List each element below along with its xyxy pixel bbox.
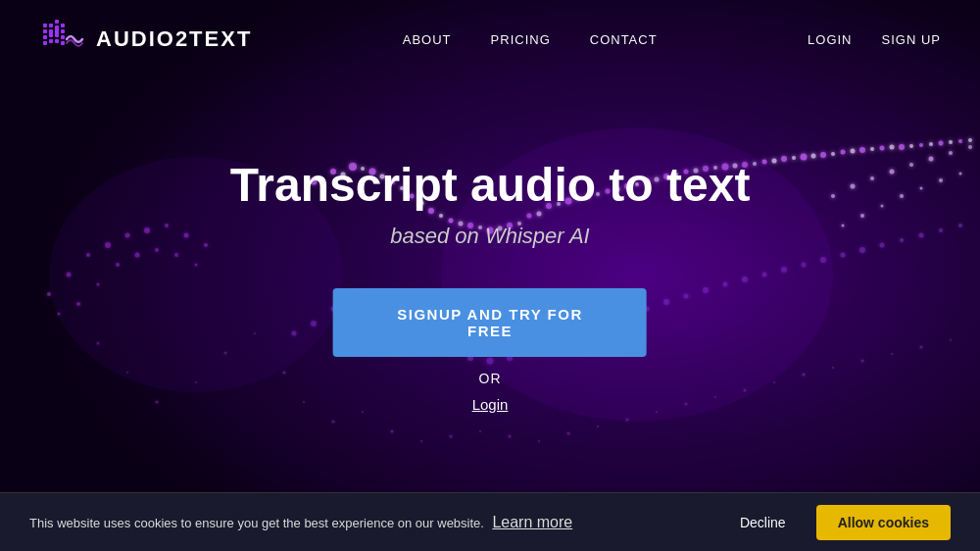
nav-pricing[interactable]: PRICING: [491, 32, 551, 47]
svg-point-81: [841, 253, 846, 258]
svg-point-150: [950, 339, 952, 341]
svg-point-120: [968, 138, 972, 142]
svg-point-144: [773, 381, 775, 383]
svg-point-83: [880, 243, 885, 248]
svg-point-82: [859, 247, 865, 253]
svg-point-155: [909, 163, 913, 167]
svg-point-49: [899, 144, 905, 150]
svg-point-48: [880, 146, 885, 151]
svg-point-164: [939, 178, 943, 182]
cookie-allow-button[interactable]: Allow cookies: [816, 505, 951, 540]
svg-point-154: [890, 170, 895, 175]
svg-rect-170: [49, 24, 53, 27]
svg-point-152: [851, 184, 856, 189]
cookie-learn-more-link[interactable]: Learn more: [492, 514, 572, 530]
svg-point-110: [772, 159, 777, 164]
svg-point-158: [968, 145, 972, 149]
logo-icon: [39, 16, 86, 63]
svg-point-84: [900, 238, 904, 242]
svg-rect-169: [43, 24, 47, 27]
or-divider: OR: [230, 371, 751, 386]
svg-point-148: [891, 353, 893, 355]
cookie-decline-button[interactable]: Decline: [724, 507, 802, 538]
svg-point-116: [890, 145, 895, 150]
svg-point-133: [450, 435, 453, 438]
svg-point-131: [391, 430, 394, 433]
svg-point-123: [156, 401, 159, 404]
svg-point-149: [920, 346, 923, 349]
svg-point-135: [509, 435, 512, 438]
svg-rect-172: [61, 24, 65, 27]
hero-subtitle: based on Whisper AI: [230, 224, 751, 249]
svg-point-50: [919, 143, 923, 147]
svg-point-113: [831, 152, 835, 156]
navbar: AUDIO2TEXT ABOUT PRICING CONTACT LOGIN S…: [0, 0, 980, 78]
svg-point-157: [949, 151, 953, 155]
svg-point-138: [597, 426, 599, 427]
svg-point-117: [909, 144, 913, 148]
cta-signup-button[interactable]: SIGNUP AND TRY FOR FREE: [333, 288, 647, 357]
svg-point-153: [870, 176, 874, 180]
nav-links: ABOUT PRICING CONTACT: [403, 32, 658, 47]
svg-point-45: [820, 152, 826, 158]
hero-login-link[interactable]: Login: [230, 396, 751, 413]
svg-point-87: [958, 224, 962, 227]
svg-point-151: [831, 194, 835, 198]
svg-point-132: [420, 440, 422, 442]
logo-area[interactable]: AUDIO2TEXT: [39, 16, 252, 63]
nav-about[interactable]: ABOUT: [403, 32, 452, 47]
nav-auth: LOGIN SIGN UP: [808, 32, 941, 47]
svg-rect-182: [61, 41, 65, 45]
svg-point-112: [811, 154, 816, 159]
svg-point-47: [859, 147, 865, 153]
svg-point-136: [538, 440, 540, 442]
svg-point-129: [332, 421, 335, 424]
svg-point-46: [841, 150, 846, 155]
svg-point-1: [47, 292, 51, 296]
svg-point-159: [842, 225, 845, 227]
nav-contact[interactable]: CONTACT: [590, 32, 658, 47]
svg-point-146: [832, 367, 834, 369]
svg-point-162: [900, 194, 904, 198]
hero-section: AUDIO2TEXT ABOUT PRICING CONTACT LOGIN S…: [0, 0, 980, 551]
cookie-banner: This website uses cookies to ensure you …: [0, 492, 980, 551]
svg-rect-174: [49, 29, 53, 37]
svg-rect-173: [43, 29, 47, 33]
svg-point-147: [861, 360, 864, 363]
svg-point-52: [958, 139, 962, 143]
nav-signup[interactable]: SIGN UP: [882, 32, 941, 47]
svg-rect-180: [61, 35, 65, 39]
svg-point-160: [860, 214, 864, 218]
svg-point-137: [567, 432, 570, 435]
svg-point-114: [851, 149, 856, 154]
hero-title: Transcript audio to text: [230, 158, 751, 212]
hero-content: Transcript audio to text based on Whispe…: [230, 158, 751, 413]
svg-point-145: [803, 374, 806, 376]
svg-point-134: [479, 430, 481, 432]
svg-point-43: [781, 156, 787, 162]
svg-point-161: [881, 205, 884, 208]
svg-point-163: [920, 187, 923, 190]
svg-point-156: [929, 157, 934, 162]
brand-name: AUDIO2TEXT: [96, 26, 252, 52]
svg-rect-171: [55, 20, 59, 24]
svg-point-44: [801, 154, 808, 161]
svg-rect-175: [55, 25, 59, 37]
svg-point-51: [939, 141, 944, 146]
svg-point-165: [959, 173, 962, 175]
cookie-message: This website uses cookies to ensure you …: [29, 516, 484, 530]
svg-point-111: [792, 156, 796, 160]
svg-rect-177: [43, 35, 47, 39]
nav-login[interactable]: LOGIN: [808, 32, 852, 47]
cookie-buttons: Decline Allow cookies: [724, 505, 951, 540]
svg-point-86: [939, 228, 943, 232]
svg-point-85: [919, 233, 924, 238]
svg-point-115: [870, 147, 874, 151]
svg-rect-178: [49, 39, 53, 43]
svg-point-118: [929, 142, 933, 146]
svg-point-119: [949, 140, 953, 144]
svg-rect-181: [43, 41, 47, 45]
cookie-message-area: This website uses cookies to ensure you …: [29, 514, 572, 531]
svg-rect-179: [55, 39, 59, 43]
svg-rect-176: [61, 29, 65, 33]
